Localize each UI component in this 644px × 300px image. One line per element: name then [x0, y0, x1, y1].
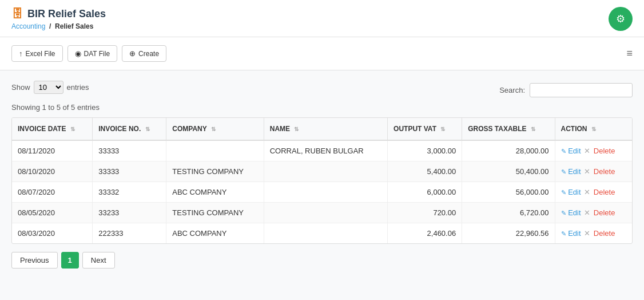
cell-invoice-no: 33333: [93, 140, 166, 161]
edit-pencil-icon: ✎: [561, 189, 566, 196]
avatar-button[interactable]: ⚙: [609, 7, 633, 31]
col-action: ACTION ⇅: [555, 118, 632, 140]
table-row: 08/03/2020 222333 ABC COMPANY 2,460.06 2…: [12, 223, 632, 244]
sort-icon-gross-taxable: ⇅: [531, 126, 535, 132]
col-invoice-no-label: INVOICE NO.: [98, 125, 141, 133]
cell-invoice-date: 08/11/2020: [12, 140, 93, 161]
excel-file-button[interactable]: ↑ Excel File: [11, 45, 63, 62]
data-table-wrap: INVOICE DATE ⇅ INVOICE NO. ⇅ COMPANY ⇅ N…: [11, 117, 633, 244]
delete-link[interactable]: Delete: [594, 147, 615, 155]
next-button[interactable]: Next: [82, 252, 115, 269]
cell-gross-taxable: 6,720.00: [462, 203, 555, 223]
cell-invoice-no: 222333: [93, 223, 166, 244]
delete-link[interactable]: Delete: [594, 188, 615, 196]
breadcrumb-current: Relief Sales: [55, 22, 93, 30]
breadcrumb: Accounting / Relief Sales: [11, 22, 106, 30]
header: 🗄 BIR Relief Sales Accounting / Relief S…: [0, 0, 644, 37]
showing-text: Showing 1 to 5 of 5 entries: [11, 103, 633, 112]
database-icon: 🗄: [11, 7, 23, 21]
dat-file-button[interactable]: ◉ DAT File: [67, 45, 118, 62]
toolbar-buttons: ↑ Excel File ◉ DAT File ⊕ Create: [11, 45, 166, 62]
cell-output-vat: 6,000.00: [388, 182, 462, 203]
cell-company: TESTING COMPANY: [166, 161, 264, 182]
breadcrumb-separator: /: [47, 22, 55, 30]
col-company[interactable]: COMPANY ⇅: [166, 118, 264, 140]
cell-invoice-no: 33332: [93, 182, 166, 203]
cell-action: ✎ Edit ✕ Delete: [555, 223, 632, 244]
action-separator: ✕: [584, 188, 590, 196]
table-header-row: INVOICE DATE ⇅ INVOICE NO. ⇅ COMPANY ⇅ N…: [12, 118, 632, 140]
pagination: Previous 1 Next: [11, 252, 633, 269]
col-name[interactable]: NAME ⇅: [264, 118, 387, 140]
breadcrumb-parent-link[interactable]: Accounting: [11, 22, 45, 30]
excel-btn-label: Excel File: [26, 50, 55, 58]
main-content: Show 10 25 50 100 entries Search: Showin…: [0, 70, 644, 279]
cell-company: ABC COMPANY: [166, 182, 264, 203]
data-table: INVOICE DATE ⇅ INVOICE NO. ⇅ COMPANY ⇅ N…: [12, 118, 632, 243]
cell-output-vat: 720.00: [388, 203, 462, 223]
edit-pencil-icon: ✎: [561, 210, 566, 216]
cell-output-vat: 3,000.00: [388, 140, 462, 161]
controls-row: Show 10 25 50 100 entries Search:: [11, 81, 633, 100]
cell-output-vat: 5,400.00: [388, 161, 462, 182]
sort-icon-invoice-date: ⇅: [70, 126, 75, 132]
sort-icon-company: ⇅: [211, 126, 216, 132]
create-button[interactable]: ⊕ Create: [122, 45, 166, 62]
delete-link[interactable]: Delete: [594, 208, 615, 217]
col-gross-taxable[interactable]: GROSS TAXABLE ⇅: [462, 118, 555, 140]
search-area: Search:: [499, 83, 633, 97]
search-label: Search:: [499, 86, 525, 94]
edit-pencil-icon: ✎: [561, 168, 566, 175]
col-gross-taxable-label: GROSS TAXABLE: [468, 125, 526, 133]
cell-action: ✎ Edit ✕ Delete: [555, 140, 632, 161]
cell-action: ✎ Edit ✕ Delete: [555, 161, 632, 182]
col-action-label: ACTION: [561, 125, 587, 133]
excel-icon: ↑: [19, 49, 23, 58]
cell-name: [264, 182, 387, 203]
cell-output-vat: 2,460.06: [388, 223, 462, 244]
edit-pencil-icon: ✎: [561, 230, 566, 237]
entries-select[interactable]: 10 25 50 100: [34, 81, 63, 94]
cell-gross-taxable: 50,400.00: [462, 161, 555, 182]
edit-link[interactable]: Edit: [568, 188, 581, 196]
cell-company: [166, 140, 264, 161]
cell-invoice-no: 33233: [93, 203, 166, 223]
action-separator: ✕: [584, 208, 590, 217]
action-separator: ✕: [584, 147, 590, 155]
previous-button[interactable]: Previous: [11, 252, 58, 269]
edit-link[interactable]: Edit: [568, 147, 581, 155]
sort-icon-invoice-no: ⇅: [145, 126, 150, 132]
search-input[interactable]: [530, 83, 633, 97]
edit-link[interactable]: Edit: [568, 167, 581, 176]
table-row: 08/11/2020 33333 CORRAL, RUBEN BULGAR 3,…: [12, 140, 632, 161]
cell-gross-taxable: 56,000.00: [462, 182, 555, 203]
col-invoice-no[interactable]: INVOICE NO. ⇅: [93, 118, 166, 140]
delete-link[interactable]: Delete: [594, 167, 615, 176]
cell-invoice-date: 08/10/2020: [12, 161, 93, 182]
col-output-vat[interactable]: OUTPUT VAT ⇅: [388, 118, 462, 140]
app-title: 🗄 BIR Relief Sales: [11, 7, 106, 21]
delete-link[interactable]: Delete: [594, 229, 615, 238]
menu-icon[interactable]: ≡: [626, 48, 633, 60]
create-btn-label: Create: [138, 50, 159, 58]
cell-invoice-no: 33333: [93, 161, 166, 182]
page-1-button[interactable]: 1: [61, 252, 79, 269]
edit-link[interactable]: Edit: [568, 229, 581, 238]
cell-name: [264, 223, 387, 244]
table-row: 08/05/2020 33233 TESTING COMPANY 720.00 …: [12, 203, 632, 223]
edit-link[interactable]: Edit: [568, 208, 581, 217]
entries-label: entries: [67, 83, 89, 92]
col-invoice-date[interactable]: INVOICE DATE ⇅: [12, 118, 93, 140]
cell-gross-taxable: 28,000.00: [462, 140, 555, 161]
dat-icon: ◉: [75, 49, 81, 58]
cell-invoice-date: 08/05/2020: [12, 203, 93, 223]
cell-name: [264, 203, 387, 223]
app-title-text: BIR Relief Sales: [27, 8, 106, 20]
col-name-label: NAME: [270, 125, 290, 133]
dat-btn-label: DAT File: [84, 50, 110, 58]
cell-action: ✎ Edit ✕ Delete: [555, 203, 632, 223]
sort-icon-output-vat: ⇅: [440, 126, 445, 132]
toolbar: ↑ Excel File ◉ DAT File ⊕ Create ≡: [0, 37, 644, 70]
cell-invoice-date: 08/03/2020: [12, 223, 93, 244]
cell-invoice-date: 08/07/2020: [12, 182, 93, 203]
